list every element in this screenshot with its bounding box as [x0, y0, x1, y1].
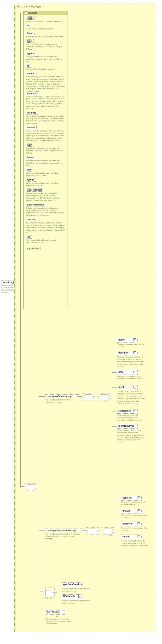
attributes-header[interactable]: − attributes — [24, 11, 68, 15]
attr-name[interactable]: creator — [26, 72, 36, 75]
sequence-icon[interactable] — [26, 484, 36, 489]
attr-name[interactable]: why — [26, 168, 33, 172]
attr-desc: Specifies the language of this property … — [26, 222, 65, 234]
element-POIDetails[interactable]: POIDetails+ — [62, 594, 82, 599]
attr-name[interactable]: dir — [26, 235, 32, 238]
connector — [112, 426, 117, 426]
element-desc: Additional natural language information … — [117, 375, 146, 380]
attr-name[interactable]: custom — [26, 126, 37, 129]
element-facet[interactable]: facet+ — [117, 385, 138, 390]
attr-creator: creatorIf the property value is not defi… — [26, 72, 66, 90]
connector — [112, 340, 117, 340]
attr-desc: Why the metadata has been included - exp… — [26, 172, 65, 177]
attr-name[interactable]: xml:lang — [26, 218, 38, 221]
element-geoAreaDetails[interactable]: geoAreaDetails+ — [62, 582, 82, 587]
element-desc: In NAR 1.8 and later, facet is deprecate… — [117, 390, 146, 405]
element-label: sameAs — [122, 496, 132, 499]
attr-name[interactable]: how — [26, 143, 33, 146]
group-label: ConceptDefinitionGroup — [46, 395, 72, 398]
expand-icon[interactable]: + — [81, 583, 82, 586]
sequence-icon[interactable] — [102, 528, 113, 533]
group-desc: A group of properties required to define… — [45, 399, 78, 404]
attr-name[interactable]: id — [26, 64, 31, 68]
attributes-container: − attributes qcodeA qualified code which… — [24, 11, 68, 309]
connector — [116, 524, 121, 524]
element-label: geoAreaDetails — [63, 583, 81, 586]
cardinality: 0..∞ — [48, 597, 51, 600]
attr-name[interactable]: howuri — [26, 156, 36, 159]
attr-xml:lang: xml:langSpecifies the language of this p… — [26, 218, 66, 234]
attr-how: howIndicates by which means the value wa… — [26, 143, 66, 154]
expand-icon[interactable]: + — [134, 371, 136, 373]
connector — [112, 372, 117, 373]
attr-name[interactable]: modified — [26, 111, 38, 114]
connector — [20, 13, 24, 14]
concept-definition-group[interactable]: ConceptDefinitionGroup — [45, 394, 80, 398]
expand-icon[interactable]: + — [134, 351, 136, 354]
connector — [20, 13, 20, 283]
attr-name[interactable]: whyuri — [26, 178, 36, 182]
element-label: POIDetails — [63, 595, 75, 598]
element-label: facet — [118, 386, 124, 388]
collapse-icon[interactable]: − — [12, 281, 14, 284]
attr-name[interactable]: uri — [26, 24, 32, 27]
attr-id: idThe local identifier of the property. — [26, 64, 66, 70]
element-broader[interactable]: broader+ — [121, 509, 142, 514]
expand-icon[interactable]: + — [78, 595, 81, 598]
expand-icon[interactable]: + — [138, 510, 140, 512]
element-name[interactable]: name+ — [117, 338, 138, 342]
element-narrower[interactable]: narrower+ — [121, 522, 142, 526]
attr-custom: customIf set to true the corresponding p… — [26, 126, 66, 142]
element-definition[interactable]: definition+ — [117, 350, 138, 356]
attr-desc: One or many constraints that apply to pu… — [26, 207, 65, 216]
connector — [116, 537, 121, 537]
expand-icon[interactable]: + — [134, 338, 136, 341]
expand-icon[interactable]: + — [138, 522, 140, 525]
attributes-label: attributes — [28, 12, 37, 14]
element-desc: An identifier of a more specific concept… — [121, 527, 150, 532]
expand-icon[interactable]: + — [138, 535, 140, 538]
sequence-icon[interactable] — [98, 394, 109, 399]
attr-name[interactable]: pubconstraint — [26, 188, 44, 192]
attr-name[interactable]: creatoruri — [26, 92, 39, 95]
group-desc: A group of properties required to indica… — [45, 533, 82, 540]
group-label: ConceptRelationshipsGroup — [46, 529, 76, 532]
attr-name[interactable]: literal — [26, 32, 35, 35]
cardinality: 0..∞ — [104, 400, 108, 402]
attr-name[interactable]: typeuri — [26, 52, 36, 55]
root-type-title: FlexLocationPropType — [17, 5, 155, 8]
attr-why: whyWhy the metadata has been included - … — [26, 168, 66, 177]
any-other-element[interactable]: any##other — [46, 610, 65, 614]
sequence-icon[interactable] — [83, 394, 94, 399]
attr-name[interactable]: pubconstrainturi — [26, 203, 46, 206]
concept-relationships-group[interactable]: ConceptRelationshipsGroup — [45, 528, 84, 532]
choice-icon[interactable] — [45, 589, 53, 596]
connector — [39, 396, 45, 396]
expand-icon[interactable]: + — [134, 424, 136, 427]
attr-uri: uriA URI which identifies a concept. — [26, 24, 66, 30]
sequence-icon[interactable] — [87, 528, 98, 533]
expand-icon[interactable]: + — [134, 386, 136, 388]
element-note[interactable]: note+ — [117, 370, 138, 375]
element-related[interactable]: related+ — [121, 534, 142, 539]
expand-icon[interactable]: + — [138, 496, 140, 499]
location-element[interactable]: location− — [1, 280, 13, 286]
element-desc: A natural language definition of the sem… — [117, 356, 146, 368]
connector — [112, 388, 117, 388]
connector — [39, 530, 45, 531]
attr-name[interactable]: qcode — [26, 16, 36, 20]
attr-modified: modifiedThe date (and, optionally, the t… — [26, 111, 66, 124]
element-remoteInfo[interactable]: remoteInfo+ — [117, 409, 138, 414]
attr-qcode: qcodeA qualified code which identifies a… — [26, 16, 66, 22]
connector — [116, 498, 121, 498]
element-desc: An identifier of a concept with equivale… — [121, 501, 150, 506]
element-hierarchyInfo[interactable]: hierarchyInfo+ — [117, 424, 138, 429]
element-sameAs[interactable]: sameAs+ — [121, 496, 142, 500]
connector — [108, 396, 112, 397]
collapse-icon[interactable]: − — [25, 12, 27, 14]
any-other-attr[interactable]: any##other — [26, 247, 41, 250]
location-label: location — [3, 281, 12, 284]
expand-icon[interactable]: + — [134, 410, 136, 412]
attr-name[interactable]: type — [26, 39, 34, 43]
connector — [20, 283, 20, 486]
